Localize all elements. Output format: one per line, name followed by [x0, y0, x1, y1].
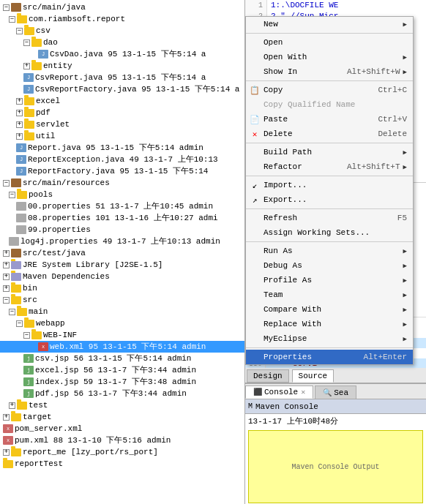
expand-icon[interactable]: + [9, 402, 15, 409]
folder-icon [24, 132, 34, 140]
tree-item-csvreportfactory[interactable]: J CsvReportFactory.java 95 13-1-15 下午5:1… [0, 83, 244, 95]
lib-icon [11, 273, 21, 281]
tree-item-target[interactable]: + target [0, 411, 244, 423]
expand-icon[interactable]: + [3, 449, 10, 456]
console-icon: ⬛ [253, 388, 262, 396]
menu-item-open-with[interactable]: Open With ▶ [246, 50, 413, 64]
tree-item-csv[interactable]: − csv [0, 25, 244, 37]
menu-item-profile-as[interactable]: Profile As ▶ [246, 273, 413, 287]
tree-item-excel[interactable]: + excel [0, 95, 244, 107]
expand-icon[interactable]: + [16, 133, 23, 140]
collapse-icon[interactable]: − [16, 28, 23, 34]
tree-item-dao[interactable]: − dao [0, 37, 244, 48]
menu-item-open[interactable]: Open [246, 35, 413, 50]
tree-item-p08[interactable]: 08.properties 101 13-1-16 上午10:27 admi [0, 212, 244, 224]
tree-item-test[interactable]: + test [0, 399, 244, 411]
jsp-file-icon: j [23, 389, 34, 398]
menu-item-export[interactable]: ↗ Export... [246, 192, 413, 207]
expand-icon[interactable]: + [23, 63, 30, 69]
menu-item-build-path[interactable]: Build Path ▶ [246, 145, 413, 159]
tree-item-report-java[interactable]: J Report.java 95 13-1-15 下午5:14 admin [0, 142, 244, 154]
tree-item-util[interactable]: + util [0, 130, 244, 142]
expand-icon[interactable]: + [3, 262, 10, 268]
tree-item-servlet[interactable]: + servlet [0, 119, 244, 130]
tree-item-reporttest[interactable]: reportTest [0, 458, 244, 470]
collapse-icon[interactable]: − [23, 332, 30, 339]
menu-item-team[interactable]: Team ▶ [246, 287, 413, 302]
tree-item-main[interactable]: − main [0, 306, 244, 317]
tree-item-src-main-resources[interactable]: − src/main/resources [0, 177, 244, 189]
tree-item-jre[interactable]: + JRE System Library [J2SE-1.5] [0, 259, 244, 271]
tree-item-src-test-java[interactable]: + src/test/java [0, 247, 244, 259]
menu-item-copy[interactable]: 📋 Copy Ctrl+C [246, 83, 413, 97]
xml-file-icon: x [3, 424, 13, 433]
expand-icon[interactable]: + [3, 285, 10, 292]
menu-item-debug-as[interactable]: Debug As ▶ [246, 258, 413, 273]
menu-item-replace-with[interactable]: Replace With ▶ [246, 317, 413, 331]
properties-file-icon [16, 225, 26, 234]
expand-icon[interactable]: + [16, 121, 23, 128]
expand-icon[interactable]: + [3, 274, 10, 280]
tree-item-bin[interactable]: + bin [0, 282, 244, 294]
tree-item-p00[interactable]: 00.properties 51 13-1-7 上午10:45 admin [0, 200, 244, 212]
menu-item-compare-with[interactable]: Compare With ▶ [246, 302, 413, 317]
menu-item-myeclipse[interactable]: MyEclipse ▶ [246, 331, 413, 346]
tab-search[interactable]: 🔍 Sea [315, 385, 356, 399]
tree-item-reportfactory[interactable]: J ReportFactory.java 95 13-1-15 下午5:14 [0, 165, 244, 177]
collapse-icon[interactable]: − [9, 16, 15, 23]
menu-item-paste[interactable]: 📄 Paste Ctrl+V [246, 112, 413, 127]
menu-item-run-as[interactable]: Run As ▶ [246, 244, 413, 258]
properties-file-icon [16, 214, 26, 222]
collapse-icon[interactable]: − [9, 309, 15, 315]
tree-item-webxml[interactable]: x web.xml 95 13-1-15 下午5:14 admin [0, 341, 244, 353]
expand-icon[interactable]: + [16, 98, 23, 105]
close-console-icon[interactable]: ✕ [301, 388, 305, 396]
collapse-icon[interactable]: − [3, 297, 10, 304]
tree-item-csvdao[interactable]: J CsvDao.java 95 13-1-15 下午5:14 a [0, 48, 244, 60]
tree-item-log4j[interactable]: log4j.properties 49 13-1-7 上午10:13 admin [0, 236, 244, 247]
source-folder-icon [11, 249, 21, 257]
collapse-icon[interactable]: − [3, 180, 10, 187]
tree-item-entity[interactable]: + entity [0, 60, 244, 72]
tree-item-maven-deps[interactable]: + Maven Dependencies [0, 271, 244, 282]
tree-item-reportexception[interactable]: J ReportException.java 49 13-1-7 上午10:13 [0, 154, 244, 165]
tab-design[interactable]: Design [247, 369, 289, 383]
tree-item-src[interactable]: − src [0, 294, 244, 306]
tree-item-pum-xml[interactable]: x pum.xml 88 13-1-10 下午5:16 admin [0, 435, 244, 446]
collapse-icon[interactable]: − [9, 192, 15, 198]
tree-item-src-main-java[interactable]: − src/main/java [0, 1, 244, 13]
tree-item-p99[interactable]: 99.properties [0, 224, 244, 236]
menu-item-refactor[interactable]: Refactor Alt+Shift+T ▶ [246, 159, 413, 174]
tree-item-index-jsp[interactable]: j index.jsp 59 13-1-7 下午3:48 admin [0, 376, 244, 388]
source-folder-icon [11, 178, 21, 187]
tree-item-pdf[interactable]: + pdf [0, 107, 244, 119]
console-container: ⬛ Console ✕ 🔍 Sea M Maven Console 13-1-1… [245, 383, 426, 504]
collapse-icon[interactable]: − [16, 320, 23, 327]
menu-item-refresh[interactable]: Refresh F5 [246, 211, 413, 225]
tree-item-pom-server[interactable]: x pom_server.xml [0, 423, 244, 435]
tree-item-pdf-jsp[interactable]: j pdf.jsp 56 13-1-7 下午3:44 admin [0, 388, 244, 399]
tree-item-com-riambsoft[interactable]: − com.riambsoft.report [0, 13, 244, 25]
tree-item-webinf[interactable]: − WEB-INF [0, 329, 244, 341]
menu-item-new[interactable]: New ▶ [246, 17, 413, 31]
tree-item-report-me[interactable]: + report_me [lzy_port/rs_port] [0, 446, 244, 458]
menu-item-delete[interactable]: ✕ Delete Delete [246, 127, 413, 141]
tree-item-pools[interactable]: − pools [0, 189, 244, 200]
menu-item-import[interactable]: ↙ Import... [246, 178, 413, 192]
tree-item-csv-jsp[interactable]: j csv.jsp 56 13-1-15 下午5:14 admin [0, 353, 244, 364]
menu-item-show-in[interactable]: Show In Alt+Shift+W ▶ [246, 64, 413, 79]
collapse-icon[interactable]: − [23, 40, 30, 46]
tree-item-webapp[interactable]: − webapp [0, 317, 244, 329]
menu-item-assign-working-sets[interactable]: Assign Working Sets... [246, 225, 413, 240]
expand-icon[interactable]: + [3, 250, 10, 257]
properties-file-icon [16, 202, 26, 211]
tab-console[interactable]: ⬛ Console ✕ [245, 385, 313, 399]
expand-icon[interactable]: + [16, 110, 23, 116]
expand-icon[interactable]: + [3, 414, 10, 421]
tab-source[interactable]: Source [292, 369, 335, 383]
collapse-icon[interactable]: − [3, 4, 10, 11]
right-panel: 1 1:.\DOCFILE WE 2 2 "-//Sun Micr New ▶ … [245, 0, 426, 504]
tree-item-csvreport[interactable]: J CsvReport.java 95 13-1-15 下午5:14 a [0, 72, 244, 83]
tree-item-excel-jsp[interactable]: j excel.jsp 56 13-1-7 下午3:44 admin [0, 364, 244, 376]
menu-item-properties[interactable]: Properties Alt+Enter [246, 350, 413, 364]
